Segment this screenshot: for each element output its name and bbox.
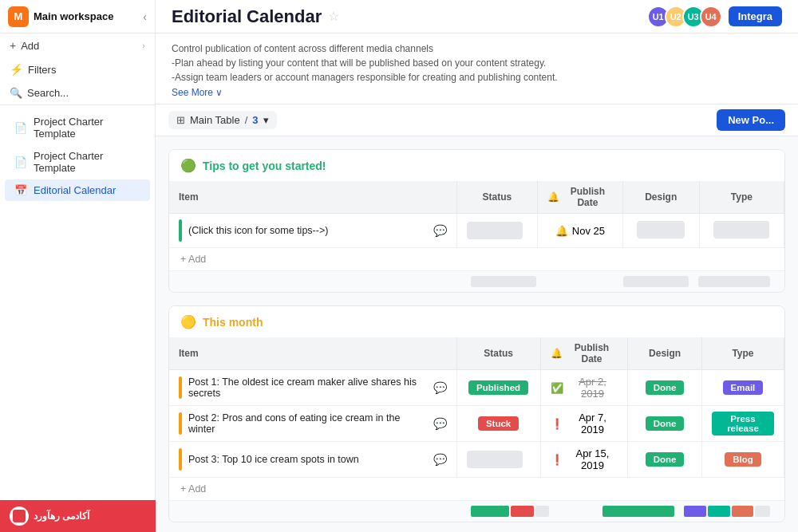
status-badge-post1: Published — [468, 380, 528, 395]
this-month-table: Item Status 🔔 Publish Date Design Type — [169, 337, 784, 478]
bell-header-icon: 🔔 — [547, 191, 559, 203]
table-row: Post 2: Pros and cons of eating ice crea… — [169, 406, 784, 442]
td-publish: 🔔 Nov 25 — [538, 214, 622, 248]
table-row: Post 3: Top 10 ice cream spots in town 💬… — [169, 442, 784, 478]
type-badge-post2: Press release — [712, 412, 774, 435]
group-this-month-header[interactable]: 🟡 This month — [169, 306, 784, 337]
row-text-post1: Post 1: The oldest ice cream maker alive… — [188, 376, 427, 399]
content-area: 🟢 Tips to get you started! Item Status 🔔… — [156, 136, 798, 532]
toolbar: ⊞ Main Table / 3 ▾ New Po... — [156, 104, 798, 136]
col-design: Design — [622, 181, 699, 214]
comment-icon-post3[interactable]: 💬 — [433, 453, 447, 466]
td-type-post2: Press release — [701, 406, 784, 442]
date-text: Nov 25 — [572, 225, 605, 237]
date-text-post2: Apr 7, 2019 — [567, 412, 618, 435]
row-text-post2: Post 2: Pros and cons of eating ice crea… — [188, 412, 427, 435]
col-type-2: Type — [701, 337, 784, 370]
sidebar-item-project-charter-2[interactable]: 📄 Project Charter Template — [5, 145, 150, 179]
col-status: Status — [456, 181, 538, 214]
summary-type-bars — [679, 506, 775, 517]
see-more-button[interactable]: See More ∨ — [172, 87, 223, 98]
bar-type-blog — [732, 506, 754, 517]
group-tips-header[interactable]: 🟢 Tips to get you started! — [169, 150, 784, 181]
table-icon: ⊞ — [176, 114, 185, 126]
avatar-group: U1 U2 U3 U4 — [647, 6, 722, 28]
page-title-area: Editorial Calendar ☆ — [172, 6, 339, 27]
add-row-thismonth[interactable]: + Add — [169, 478, 784, 500]
new-post-button[interactable]: New Po... — [717, 109, 785, 131]
filters-label: Filters — [28, 64, 56, 76]
sidebar-nav: 📄 Project Charter Template 📄 Project Cha… — [0, 105, 155, 532]
td-publish-post1: ✅ Apr 2, 2019 — [540, 370, 628, 406]
filter-icon: ⚡ — [10, 63, 23, 76]
description-section: Control publication of content across di… — [156, 33, 798, 104]
sidebar-item-project-charter-1[interactable]: 📄 Project Charter Template — [5, 111, 150, 144]
sidebar-item-editorial-calendar[interactable]: 📅 Editorial Calendar — [5, 179, 150, 201]
col-design-2: Design — [628, 337, 702, 370]
td-design-post1: Done — [628, 370, 702, 406]
add-action[interactable]: + Add › — [0, 33, 155, 57]
publish-date-label-2: Publish Date — [566, 342, 618, 365]
bell-date-icon: 🔔 — [555, 225, 568, 237]
td-status-post3 — [456, 442, 540, 478]
integra-button[interactable]: Integra — [729, 6, 782, 26]
watermark-bar: آکادمی رهآورد — [0, 500, 156, 532]
sidebar-item-label: Project Charter Template — [34, 116, 140, 140]
search-action[interactable]: 🔍 Search... — [0, 81, 155, 105]
col-item: Item — [169, 181, 456, 214]
type-empty — [713, 221, 769, 238]
col-publish-date: 🔔 Publish Date — [538, 181, 622, 214]
star-icon[interactable]: ☆ — [328, 9, 339, 24]
td-design-post3: Done — [628, 442, 702, 478]
slash: / — [245, 114, 248, 126]
watermark-text: آکادمی رهآورد — [34, 510, 89, 522]
sidebar-header: M Main workspace ‹ — [0, 0, 155, 33]
design-badge-post1: Done — [646, 380, 685, 395]
summary-bar-design — [623, 276, 689, 287]
bar-empty — [535, 506, 549, 517]
watermark-logo-inner — [13, 510, 26, 522]
group-this-month-name: This month — [203, 316, 263, 329]
chevron-right-icon: › — [142, 41, 145, 50]
td-design — [622, 214, 699, 248]
comment-icon-post2[interactable]: 💬 — [433, 417, 447, 430]
td-type-post1: Email — [701, 370, 784, 406]
td-item: (Click this icon for some tips-->) 💬 — [169, 214, 456, 248]
row-text: (Click this icon for some tips-->) — [188, 225, 328, 236]
comment-icon[interactable]: 💬 — [433, 224, 447, 237]
header-right: U1 U2 U3 U4 Integra — [647, 6, 782, 28]
td-item-post1: Post 1: The oldest ice cream maker alive… — [169, 370, 456, 406]
comment-icon-post1[interactable]: 💬 — [433, 381, 447, 394]
td-type-post3: Blog — [701, 442, 784, 478]
type-badge-post3: Blog — [725, 452, 761, 467]
page-title: Editorial Calendar — [172, 6, 322, 27]
group-this-month: 🟡 This month Item Status 🔔 Publish Date — [168, 305, 785, 522]
this-month-table-header: Item Status 🔔 Publish Date Design Type — [169, 337, 784, 370]
table-selector[interactable]: ⊞ Main Table / 3 ▾ — [168, 111, 277, 129]
sidebar-item-label-3: Editorial Calendar — [34, 184, 116, 196]
bar-published — [471, 506, 509, 517]
td-publish-post3: ❗ Apr 15, 2019 — [540, 442, 628, 478]
col-item-2: Item — [169, 337, 456, 370]
td-status-post1: Published — [456, 370, 540, 406]
summary-bar-type — [698, 276, 770, 287]
summary-row-thismonth — [169, 500, 784, 522]
td-type — [699, 214, 784, 248]
sidebar-logo[interactable]: M Main workspace — [8, 6, 113, 27]
collapse-button[interactable]: ‹ — [143, 10, 147, 23]
tips-indicator: 🟢 — [180, 158, 196, 173]
sidebar: M Main workspace ‹ + Add › ⚡ Filters 🔍 S… — [0, 0, 156, 532]
filters-action[interactable]: ⚡ Filters — [0, 57, 155, 81]
summary-bar-status — [471, 276, 536, 287]
tips-table: Item Status 🔔 Publish Date Design Type — [169, 181, 784, 248]
search-icon: 🔍 — [10, 87, 22, 99]
table-count: 3 — [252, 114, 258, 126]
summary-row-tips — [169, 270, 784, 292]
add-row-tips[interactable]: + Add — [169, 248, 784, 270]
group-tips: 🟢 Tips to get you started! Item Status 🔔… — [168, 149, 785, 293]
td-item-post2: Post 2: Pros and cons of eating ice crea… — [169, 406, 456, 442]
main-content: Editorial Calendar ☆ U1 U2 U3 U4 Integra… — [156, 0, 798, 532]
watermark-logo — [10, 506, 29, 526]
calendar-icon: 📅 — [14, 184, 27, 196]
tips-table-header: Item Status 🔔 Publish Date Design Type — [169, 181, 784, 214]
